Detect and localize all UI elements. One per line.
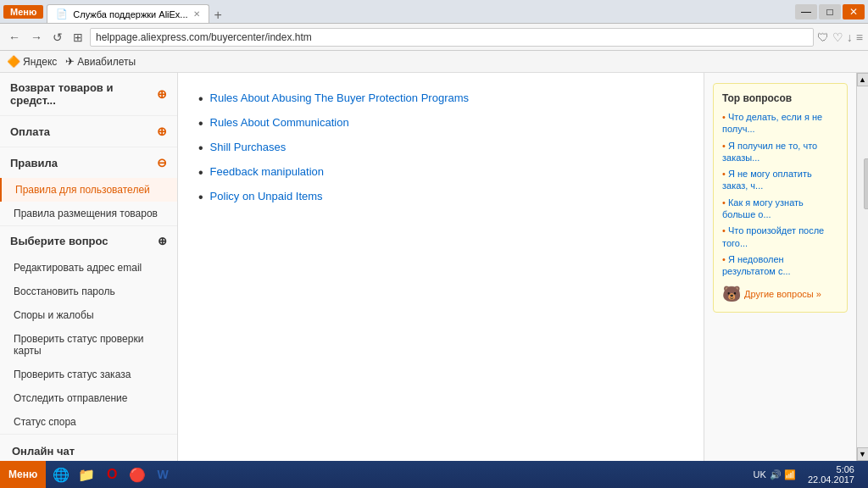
link-buyer-protection[interactable]: Rules About Abusing The Buyer Protection… [210,92,469,104]
taskbar-icon-folder[interactable]: 📁 [75,463,98,486]
avia-icon: ✈ [65,55,75,68]
rules-expand-icon: ⊖ [157,156,167,169]
sidebar-item-disputes[interactable]: Споры и жалобы [0,303,177,327]
top-q-item-5[interactable]: Что произойдет после того... [722,225,838,249]
scrollbar-down-button[interactable]: ▼ [857,447,869,461]
browser-menu-icon[interactable]: ≡ [856,30,863,44]
tab-area: 📄 Служба поддержки AliEx... ✕ + [47,0,792,23]
bookmark-avia[interactable]: ✈ Авиабилеты [65,55,136,68]
sidebar-section-payment: Оплата ⊕ [0,116,177,147]
top-q-item-1[interactable]: Что делать, если я не получ... [722,111,838,136]
sidebar-item-order-status[interactable]: Проверить статус заказа [0,363,177,386]
heart-icon[interactable]: ♡ [832,30,843,44]
sidebar-header-rules[interactable]: Правила ⊖ [0,147,177,178]
bullet-dot: • [198,166,203,180]
sidebar: Возврат товаров и средст... ⊕ Оплата ⊕ П… [0,73,178,461]
right-scrollbar[interactable]: ▲ ▼ [856,73,868,461]
maximize-button[interactable]: □ [819,4,841,19]
new-tab-button[interactable]: + [209,8,227,23]
content-area: Возврат товаров и средст... ⊕ Оплата ⊕ П… [0,73,868,461]
browser-window: Меню 📄 Служба поддержки AliEx... ✕ + — □… [0,0,868,461]
tray-icons: 🔊 📶 [770,469,796,480]
sidebar-item-listing-rules[interactable]: Правила размещения товаров [0,202,177,225]
download-icon[interactable]: ↓ [847,30,853,44]
nav-bar: ← → ↺ ⊞ helppage.aliexpress.com/buyercen… [0,24,868,51]
taskbar-icon-ie[interactable]: 🌐 [49,463,73,486]
locale-indicator: UK [754,469,766,480]
refresh-button[interactable]: ↺ [49,29,66,46]
taskbar-tray: UK 🔊 📶 5:06 22.04.2017 [748,464,868,485]
bullet-dot: • [198,117,203,130]
window-controls: — □ ✕ [795,4,865,19]
sidebar-payment-label: Оплата [10,125,50,138]
close-button[interactable]: ✕ [843,4,865,19]
top-questions-box: Top вопросов Что делать, если я не получ… [713,83,848,313]
bookmark-avia-label: Авиабилеты [77,56,136,68]
title-bar: Меню 📄 Служба поддержки AliEx... ✕ + — □… [0,0,868,24]
top-q-item-4[interactable]: Как я могу узнать больше о... [722,197,838,221]
sidebar-item-dispute-status[interactable]: Статус спора [0,410,177,434]
sidebar-header-returns[interactable]: Возврат товаров и средст... ⊕ [0,73,177,115]
top-q-item-3[interactable]: Я не могу оплатить заказ, ч... [722,168,838,192]
taskbar: Меню 🌐 📁 O 🔴 W UK 🔊 📶 5:06 22.04.2017 [0,461,868,488]
taskbar-time: 5:06 22.04.2017 [799,464,863,485]
list-item: • Policy on Unpaid Items [198,185,683,209]
right-panel: Top вопросов Что делать, если я не получ… [704,73,856,461]
sidebar-item-track[interactable]: Отследить отправление [0,386,177,410]
shield-icon[interactable]: 🛡 [817,30,829,44]
taskbar-icon-opera[interactable]: O [100,463,124,486]
address-bar[interactable]: helppage.aliexpress.com/buyercenter/inde… [90,28,814,47]
list-item: • Rules About Abusing The Buyer Protecti… [198,86,683,111]
scrollbar-thumb[interactable] [864,158,869,209]
online-chat-section: Онлайн чат Нажмите кнопку и выберите воп… [0,435,177,461]
other-questions-icon: 🐻 [722,285,741,303]
tab-close-button[interactable]: ✕ [193,9,200,19]
bookmark-yandex-label: Яндекс [23,56,57,68]
top-q-item-6[interactable]: Я недоволен результатом с... [722,253,838,278]
list-item: • Feedback manipulation [198,160,683,185]
tab-title: Служба поддержки AliEx... [73,9,187,19]
sidebar-returns-label: Возврат товаров и средст... [10,81,157,107]
start-button[interactable]: Меню [0,461,46,488]
sidebar-item-user-rules[interactable]: Правила для пользователей [0,178,177,202]
menu-button[interactable]: Меню [3,5,43,19]
payment-expand-icon: ⊕ [157,125,167,138]
other-questions-text: Другие вопросы » [744,289,821,299]
list-item: • Shill Purchases [198,136,683,160]
sidebar-rules-label: Правила [10,157,58,169]
taskbar-icon-chrome[interactable]: 🔴 [125,463,149,486]
bullet-dot: • [198,92,203,106]
taskbar-icons: 🌐 📁 O 🔴 W [46,463,748,486]
sidebar-section-rules: Правила ⊖ Правила для пользователей Прав… [0,147,177,226]
link-shill-purchases[interactable]: Shill Purchases [210,141,287,153]
apps-button[interactable]: ⊞ [70,29,86,46]
sidebar-item-email[interactable]: Редактировать адрес email [0,256,177,280]
bookmark-yandex[interactable]: 🔶 Яндекс [7,55,57,68]
questions-expand-icon: ⊕ [158,235,167,247]
link-policy-unpaid-items[interactable]: Policy on Unpaid Items [210,190,323,202]
forward-button[interactable]: → [27,29,46,46]
sidebar-section-returns: Возврат товаров и средст... ⊕ [0,73,177,116]
returns-expand-icon: ⊕ [157,87,167,101]
sidebar-questions-label: Выберите вопрос [10,235,108,247]
bullet-dot: • [198,141,203,155]
link-communication[interactable]: Rules About Communication [210,116,349,129]
top-q-item-2[interactable]: Я получил не то, что заказы... [722,140,838,164]
scrollbar-up-button[interactable]: ▲ [857,73,869,86]
back-button[interactable]: ← [5,29,24,46]
article-area: • Rules About Abusing The Buyer Protecti… [178,73,704,223]
bullet-dot: • [198,191,203,204]
bookmarks-bar: 🔶 Яндекс ✈ Авиабилеты [0,51,868,73]
main-content: • Rules About Abusing The Buyer Protecti… [178,73,704,461]
sidebar-section-questions: Выберите вопрос ⊕ Редактировать адрес em… [0,226,177,435]
other-questions-link[interactable]: 🐻 Другие вопросы » [722,285,838,303]
sidebar-header-questions[interactable]: Выберите вопрос ⊕ [0,226,177,256]
sidebar-item-card-status[interactable]: Проверить статус проверки карты [0,327,177,363]
minimize-button[interactable]: — [795,4,817,19]
link-feedback-manipulation[interactable]: Feedback manipulation [210,165,324,178]
taskbar-icon-word[interactable]: W [151,463,175,486]
browser-tab[interactable]: 📄 Служба поддержки AliEx... ✕ [47,4,209,23]
sidebar-item-password[interactable]: Восстановить пароль [0,280,177,303]
sidebar-header-payment[interactable]: Оплата ⊕ [0,116,177,147]
address-text: helppage.aliexpress.com/buyercenter/inde… [96,31,808,43]
